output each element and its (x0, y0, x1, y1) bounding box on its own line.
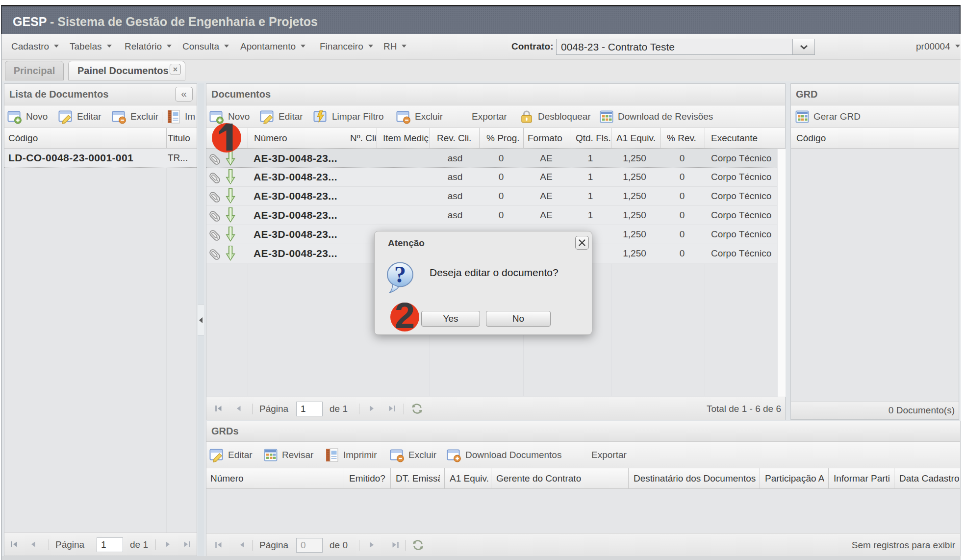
svg-text:?: ? (394, 261, 406, 287)
